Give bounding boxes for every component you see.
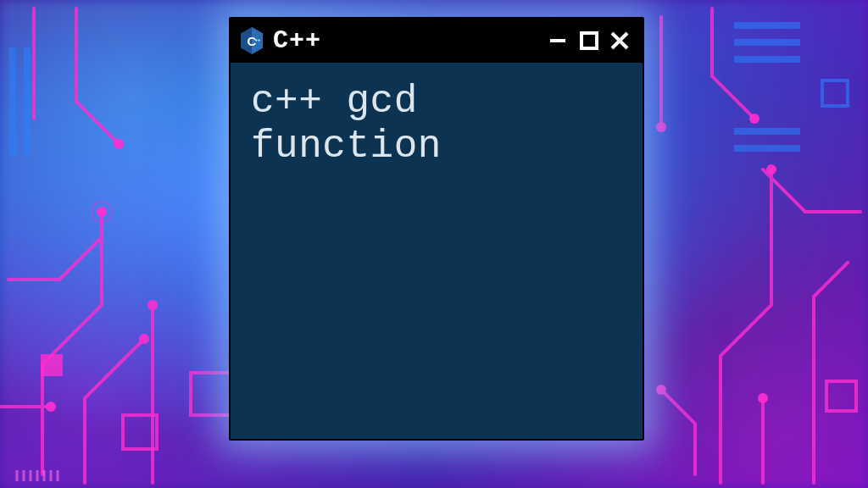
svg-rect-12 [191, 373, 233, 415]
window-body: c++ gcd function [231, 63, 643, 186]
svg-point-0 [97, 207, 107, 217]
svg-text:++: ++ [255, 37, 260, 42]
svg-point-6 [656, 385, 666, 395]
svg-point-3 [147, 300, 158, 310]
svg-point-8 [114, 139, 124, 149]
svg-point-5 [758, 393, 768, 403]
window-controls [546, 28, 632, 53]
svg-rect-15 [822, 80, 848, 106]
svg-rect-28 [581, 33, 597, 48]
maximize-button[interactable] [576, 28, 602, 53]
svg-point-2 [139, 334, 149, 344]
code-text: c++ gcd function [251, 80, 622, 169]
minimize-button[interactable] [546, 28, 571, 53]
svg-point-4 [766, 164, 776, 175]
svg-point-10 [46, 402, 56, 412]
svg-point-7 [656, 122, 666, 132]
close-button[interactable] [607, 28, 632, 53]
terminal-window: C ++ C++ c++ gcd function [229, 17, 644, 441]
svg-rect-14 [42, 356, 61, 374]
window-title: C++ [273, 26, 537, 55]
svg-point-9 [749, 114, 760, 124]
svg-rect-13 [826, 381, 856, 411]
titlebar[interactable]: C ++ C++ [231, 19, 643, 63]
cpp-icon: C ++ [239, 26, 264, 55]
